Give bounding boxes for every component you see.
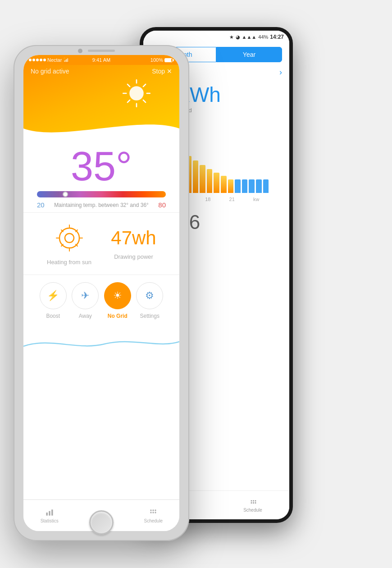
dot3	[36, 59, 39, 61]
home-button[interactable]	[89, 510, 114, 535]
carrier-area: Nectar 📶	[29, 57, 77, 63]
no-grid-circle[interactable]: ☀	[104, 282, 131, 309]
svg-line-11	[128, 84, 130, 87]
sun-part: Heating from sun	[37, 222, 101, 266]
svg-point-33	[153, 512, 154, 513]
power-value: 47wh	[111, 227, 156, 249]
modes-section: ⚡ Boost ✈ Away ☀ No Grid ⚙ Settings	[32, 275, 170, 328]
svg-point-5	[255, 502, 256, 504]
nav-schedule-label: Schedule	[144, 518, 163, 523]
svg-point-31	[150, 512, 152, 513]
battery-text: 100%	[150, 57, 163, 63]
stop-label: Stop	[152, 68, 165, 75]
signal-icon: ▲▲▲	[242, 34, 257, 40]
bar-8	[200, 165, 205, 193]
dot4	[40, 59, 42, 61]
away-mode[interactable]: ✈ Away	[72, 282, 99, 319]
svg-line-12	[143, 100, 146, 102]
back-status-bar: ★ ◕ ▲▲▲ 44% 14:27	[143, 31, 289, 43]
statistics-icon	[45, 508, 54, 517]
close-icon: ✕	[167, 68, 172, 75]
away-circle[interactable]: ✈	[72, 282, 99, 309]
power-part: 47wh Drawing power	[101, 227, 166, 260]
temp-bar-area: 20 Maintaining temp. between 32° and 36°…	[32, 191, 170, 212]
camera	[78, 49, 82, 53]
year-tab[interactable]: Year	[216, 47, 282, 62]
no-grid-text: No grid active	[31, 68, 69, 75]
svg-point-6	[129, 86, 144, 101]
wifi-icon: ◕	[236, 34, 240, 40]
svg-point-0	[251, 500, 252, 501]
svg-rect-25	[46, 513, 47, 516]
bar-11	[221, 176, 227, 193]
no-grid-bar: No grid active Stop ✕	[23, 65, 179, 78]
no-grid-label: No Grid	[108, 313, 128, 319]
svg-point-2	[253, 500, 254, 501]
temp-range-text: Maintaining temp. between 32° and 36°	[54, 202, 149, 208]
bar-7	[193, 160, 199, 193]
back-nav-schedule[interactable]: Schedule	[216, 498, 289, 513]
settings-label: Settings	[140, 313, 160, 319]
temp-min: 20	[37, 201, 45, 209]
ios-status-bar: Nectar 📶 9:41 AM 100%	[23, 55, 179, 65]
x-label-3: 18	[205, 197, 210, 202]
temperature-bar[interactable]	[37, 191, 166, 197]
header-wave	[23, 115, 179, 137]
x-label-5: kw	[253, 197, 259, 202]
drawing-power-label: Drawing power	[114, 253, 153, 260]
stop-button[interactable]: Stop ✕	[152, 68, 172, 75]
ios-battery-area: 100%	[126, 57, 174, 63]
settings-mode[interactable]: ⚙ Settings	[136, 282, 163, 319]
sun-large-icon	[121, 78, 152, 109]
sun-power-section: Heating from sun 47wh Drawing power	[32, 213, 170, 275]
wifi-status-icon: 📶	[63, 57, 69, 63]
boost-circle[interactable]: ⚡	[40, 282, 67, 309]
temp-max: 80	[158, 201, 166, 209]
svg-point-1	[251, 502, 252, 504]
bar-10	[214, 173, 219, 193]
temp-range-labels: 20 Maintaining temp. between 32° and 36°…	[37, 201, 166, 209]
back-nav-schedule-label: Schedule	[243, 508, 262, 513]
x-label-4: 21	[229, 197, 235, 202]
svg-rect-27	[51, 509, 53, 515]
svg-line-13	[143, 84, 146, 87]
dot2	[32, 59, 35, 61]
dot1	[29, 59, 32, 61]
bar-b2	[242, 179, 248, 193]
svg-point-34	[155, 509, 156, 511]
boost-label: Boost	[46, 313, 60, 319]
bar-b3	[249, 179, 255, 193]
bottom-wave-area	[23, 328, 179, 355]
carrier-name: Nectar	[47, 57, 62, 63]
settings-circle[interactable]: ⚙	[136, 282, 163, 309]
temperature-value: 35°	[32, 146, 170, 187]
svg-point-3	[253, 502, 254, 504]
iphone-screen: Nectar 📶 9:41 AM 100% No grid active Sto…	[23, 55, 179, 531]
back-time: 14:27	[270, 34, 284, 40]
bar-b4	[256, 179, 262, 193]
speaker	[88, 50, 115, 52]
front-phone: Nectar 📶 9:41 AM 100% No grid active Sto…	[14, 45, 189, 541]
boost-mode[interactable]: ⚡ Boost	[40, 282, 67, 319]
header-area: No grid active Stop ✕	[23, 65, 179, 137]
nav-statistics[interactable]: Statistics	[23, 508, 75, 523]
bar-9	[207, 169, 213, 193]
bar-b5	[263, 179, 269, 193]
temp-marker	[63, 192, 68, 197]
nav-statistics-label: Statistics	[41, 518, 59, 523]
svg-point-32	[153, 509, 154, 511]
away-label: Away	[79, 313, 92, 319]
bar-b1	[235, 179, 241, 193]
bottom-wave-svg	[23, 328, 179, 355]
svg-point-16	[65, 234, 74, 243]
main-content: 35° 20 Maintaining temp. between 32° and…	[23, 137, 179, 328]
temperature-display: 35°	[32, 137, 170, 191]
svg-rect-26	[49, 511, 50, 515]
nav-schedule[interactable]: Schedule	[128, 508, 179, 523]
dot5	[43, 59, 46, 61]
chevron-right-icon[interactable]: ›	[279, 68, 282, 77]
battery-percent: 44%	[258, 34, 268, 40]
svg-point-35	[155, 512, 156, 513]
svg-point-4	[255, 500, 256, 501]
no-grid-mode[interactable]: ☀ No Grid	[104, 282, 131, 319]
